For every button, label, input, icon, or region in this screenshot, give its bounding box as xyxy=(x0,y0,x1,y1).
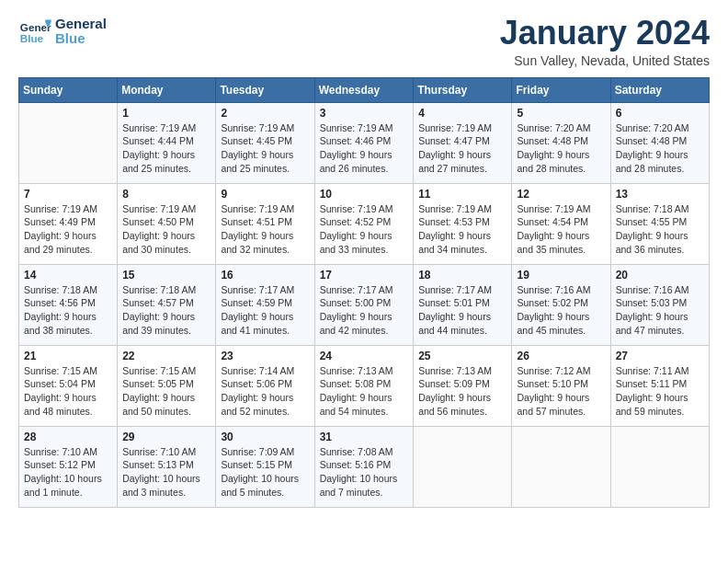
day-number: 14 xyxy=(24,269,112,282)
calendar-day-cell: 30Sunrise: 7:09 AMSunset: 5:15 PMDayligh… xyxy=(216,426,314,507)
calendar-day-cell: 22Sunrise: 7:15 AMSunset: 5:05 PMDayligh… xyxy=(118,345,216,426)
calendar-day-cell: 4Sunrise: 7:19 AMSunset: 4:47 PMDaylight… xyxy=(414,102,512,183)
calendar-day-cell: 10Sunrise: 7:19 AMSunset: 4:52 PMDayligh… xyxy=(314,183,414,264)
calendar-day-cell: 13Sunrise: 7:18 AMSunset: 4:55 PMDayligh… xyxy=(610,183,709,264)
day-info: Sunrise: 7:19 AMSunset: 4:53 PMDaylight:… xyxy=(418,202,506,257)
calendar-day-cell: 7Sunrise: 7:19 AMSunset: 4:49 PMDaylight… xyxy=(19,183,118,264)
day-info: Sunrise: 7:09 AMSunset: 5:15 PMDaylight:… xyxy=(221,445,309,500)
day-number: 5 xyxy=(517,107,605,120)
day-info: Sunrise: 7:17 AMSunset: 5:01 PMDaylight:… xyxy=(418,283,506,338)
day-number: 12 xyxy=(517,188,605,201)
calendar-day-cell xyxy=(19,102,118,183)
calendar-day-cell: 25Sunrise: 7:13 AMSunset: 5:09 PMDayligh… xyxy=(414,345,512,426)
svg-text:Blue: Blue xyxy=(20,32,44,44)
calendar-day-cell xyxy=(512,426,610,507)
day-number: 6 xyxy=(616,107,704,120)
day-number: 2 xyxy=(221,107,309,120)
day-info: Sunrise: 7:13 AMSunset: 5:08 PMDaylight:… xyxy=(320,364,409,419)
calendar-day-cell: 18Sunrise: 7:17 AMSunset: 5:01 PMDayligh… xyxy=(414,264,512,345)
day-info: Sunrise: 7:16 AMSunset: 5:02 PMDaylight:… xyxy=(517,283,605,338)
day-info: Sunrise: 7:18 AMSunset: 4:55 PMDaylight:… xyxy=(616,202,704,257)
day-info: Sunrise: 7:19 AMSunset: 4:47 PMDaylight:… xyxy=(418,121,506,176)
logo-line1: General xyxy=(55,17,107,32)
calendar-day-cell: 29Sunrise: 7:10 AMSunset: 5:13 PMDayligh… xyxy=(118,426,216,507)
weekday-header: Thursday xyxy=(414,77,512,102)
calendar-day-cell: 26Sunrise: 7:12 AMSunset: 5:10 PMDayligh… xyxy=(512,345,610,426)
calendar-day-cell: 14Sunrise: 7:18 AMSunset: 4:56 PMDayligh… xyxy=(19,264,118,345)
day-info: Sunrise: 7:14 AMSunset: 5:06 PMDaylight:… xyxy=(221,364,309,419)
calendar-week-row: 14Sunrise: 7:18 AMSunset: 4:56 PMDayligh… xyxy=(19,264,710,345)
day-number: 9 xyxy=(221,188,309,201)
day-number: 7 xyxy=(24,188,112,201)
day-number: 20 xyxy=(616,269,704,282)
calendar-day-cell xyxy=(610,426,709,507)
day-number: 21 xyxy=(24,350,112,362)
day-info: Sunrise: 7:20 AMSunset: 4:48 PMDaylight:… xyxy=(616,121,704,176)
day-info: Sunrise: 7:10 AMSunset: 5:12 PMDaylight:… xyxy=(24,445,112,500)
day-number: 8 xyxy=(122,188,210,201)
calendar-day-cell: 11Sunrise: 7:19 AMSunset: 4:53 PMDayligh… xyxy=(414,183,512,264)
day-number: 30 xyxy=(221,431,309,443)
day-number: 11 xyxy=(418,188,506,201)
day-number: 15 xyxy=(122,269,210,282)
calendar-week-row: 28Sunrise: 7:10 AMSunset: 5:12 PMDayligh… xyxy=(19,426,710,507)
calendar-subtitle: Sun Valley, Nevada, United States xyxy=(500,53,710,68)
calendar-day-cell: 8Sunrise: 7:19 AMSunset: 4:50 PMDaylight… xyxy=(118,183,216,264)
day-number: 18 xyxy=(418,269,506,282)
calendar-table: SundayMondayTuesdayWednesdayThursdayFrid… xyxy=(18,77,710,508)
calendar-day-cell: 1Sunrise: 7:19 AMSunset: 4:44 PMDaylight… xyxy=(118,102,216,183)
calendar-day-cell: 17Sunrise: 7:17 AMSunset: 5:00 PMDayligh… xyxy=(314,264,414,345)
day-number: 24 xyxy=(320,350,409,362)
calendar-day-cell: 3Sunrise: 7:19 AMSunset: 4:46 PMDaylight… xyxy=(314,102,414,183)
calendar-week-row: 1Sunrise: 7:19 AMSunset: 4:44 PMDaylight… xyxy=(19,102,710,183)
calendar-day-cell: 5Sunrise: 7:20 AMSunset: 4:48 PMDaylight… xyxy=(512,102,610,183)
day-number: 3 xyxy=(320,107,409,120)
day-info: Sunrise: 7:19 AMSunset: 4:51 PMDaylight:… xyxy=(221,202,309,257)
day-info: Sunrise: 7:12 AMSunset: 5:10 PMDaylight:… xyxy=(517,364,605,419)
day-info: Sunrise: 7:19 AMSunset: 4:45 PMDaylight:… xyxy=(221,121,309,176)
day-info: Sunrise: 7:19 AMSunset: 4:44 PMDaylight:… xyxy=(122,121,210,176)
weekday-header: Sunday xyxy=(19,77,118,102)
day-info: Sunrise: 7:13 AMSunset: 5:09 PMDaylight:… xyxy=(418,364,506,419)
day-number: 26 xyxy=(517,350,605,362)
calendar-day-cell: 31Sunrise: 7:08 AMSunset: 5:16 PMDayligh… xyxy=(314,426,414,507)
calendar-day-cell: 12Sunrise: 7:19 AMSunset: 4:54 PMDayligh… xyxy=(512,183,610,264)
day-number: 22 xyxy=(122,350,210,362)
day-number: 13 xyxy=(616,188,704,201)
calendar-day-cell: 19Sunrise: 7:16 AMSunset: 5:02 PMDayligh… xyxy=(512,264,610,345)
calendar-day-cell: 9Sunrise: 7:19 AMSunset: 4:51 PMDaylight… xyxy=(216,183,314,264)
day-number: 10 xyxy=(320,188,409,201)
calendar-body: 1Sunrise: 7:19 AMSunset: 4:44 PMDaylight… xyxy=(19,102,710,507)
logo-icon: General Blue xyxy=(18,15,51,48)
day-info: Sunrise: 7:18 AMSunset: 4:57 PMDaylight:… xyxy=(122,283,210,338)
day-info: Sunrise: 7:19 AMSunset: 4:54 PMDaylight:… xyxy=(517,202,605,257)
day-number: 19 xyxy=(517,269,605,282)
calendar-day-cell xyxy=(414,426,512,507)
calendar-title: January 2024 xyxy=(500,15,710,52)
logo: General Blue General Blue xyxy=(18,15,107,48)
day-info: Sunrise: 7:19 AMSunset: 4:50 PMDaylight:… xyxy=(122,202,210,257)
calendar-day-cell: 21Sunrise: 7:15 AMSunset: 5:04 PMDayligh… xyxy=(19,345,118,426)
day-number: 1 xyxy=(122,107,210,120)
calendar-week-row: 21Sunrise: 7:15 AMSunset: 5:04 PMDayligh… xyxy=(19,345,710,426)
weekday-header: Wednesday xyxy=(314,77,414,102)
day-info: Sunrise: 7:10 AMSunset: 5:13 PMDaylight:… xyxy=(122,445,210,500)
calendar-week-row: 7Sunrise: 7:19 AMSunset: 4:49 PMDaylight… xyxy=(19,183,710,264)
weekday-header: Saturday xyxy=(610,77,709,102)
day-info: Sunrise: 7:19 AMSunset: 4:49 PMDaylight:… xyxy=(24,202,112,257)
logo-line2: Blue xyxy=(55,31,107,47)
calendar-day-cell: 20Sunrise: 7:16 AMSunset: 5:03 PMDayligh… xyxy=(610,264,709,345)
day-number: 28 xyxy=(24,431,112,443)
day-number: 25 xyxy=(418,350,506,362)
day-info: Sunrise: 7:15 AMSunset: 5:04 PMDaylight:… xyxy=(24,364,112,419)
calendar-day-cell: 27Sunrise: 7:11 AMSunset: 5:11 PMDayligh… xyxy=(610,345,709,426)
day-info: Sunrise: 7:16 AMSunset: 5:03 PMDaylight:… xyxy=(616,283,704,338)
day-info: Sunrise: 7:17 AMSunset: 5:00 PMDaylight:… xyxy=(320,283,409,338)
day-number: 23 xyxy=(221,350,309,362)
calendar-header: SundayMondayTuesdayWednesdayThursdayFrid… xyxy=(19,77,710,102)
day-number: 29 xyxy=(122,431,210,443)
day-info: Sunrise: 7:11 AMSunset: 5:11 PMDaylight:… xyxy=(616,364,704,419)
title-block: January 2024 Sun Valley, Nevada, United … xyxy=(500,15,710,68)
day-number: 16 xyxy=(221,269,309,282)
header: General Blue General Blue January 2024 S… xyxy=(18,15,710,68)
